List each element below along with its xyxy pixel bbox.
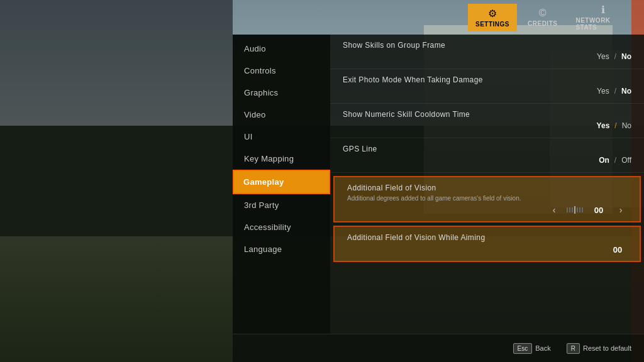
setting-gps-line: GPS Line On / Off: [330, 138, 644, 173]
setting-gps-line-options: On / Off: [343, 156, 631, 165]
setting-numeric-cooldown-label: Show Numeric Skill Cooldown Time: [343, 110, 631, 119]
settings-icon: ⚙: [488, 8, 497, 19]
show-skills-no[interactable]: No: [621, 52, 631, 61]
setting-add-fov-label: Additional Field of Vision: [347, 184, 627, 192]
setting-exit-photo-options: Yes / No: [343, 87, 631, 96]
setting-exit-photo: Exit Photo Mode When Taking Damage Yes /…: [330, 69, 644, 104]
credits-tab-label: Credits: [528, 20, 557, 27]
gps-line-on[interactable]: On: [599, 156, 609, 165]
menu-item-graphics[interactable]: Graphics: [233, 82, 330, 104]
network-tab-label: Network Stats: [575, 17, 630, 31]
fov-aiming-value: 00: [608, 245, 627, 255]
back-label: Back: [535, 344, 550, 352]
setting-numeric-cooldown-options: Yes / No: [343, 121, 631, 130]
fov-value: 00: [589, 206, 608, 215]
credits-icon: ©: [539, 8, 547, 19]
exit-photo-no[interactable]: No: [621, 87, 631, 96]
menu-item-ui[interactable]: UI: [233, 126, 330, 148]
setting-exit-photo-label: Exit Photo Mode When Taking Damage: [343, 75, 631, 84]
setting-add-fov-aiming-slider: 00: [347, 245, 627, 255]
setting-add-fov-slider: ‹ 00 ›: [347, 205, 627, 215]
show-skills-sep: /: [614, 52, 616, 61]
menu-item-audio[interactable]: Audio: [233, 38, 330, 60]
setting-add-fov-desc: Additional degrees added to all game cam…: [347, 195, 627, 202]
menu-item-language[interactable]: Language: [233, 238, 330, 260]
setting-show-skills: Show Skills on Group Frame Yes / No: [330, 35, 644, 69]
numeric-cooldown-sep: /: [614, 121, 616, 130]
menu-item-gameplay[interactable]: Gameplay: [233, 170, 330, 194]
tab-credits[interactable]: © Credits: [520, 4, 565, 31]
gps-line-off[interactable]: Off: [621, 156, 631, 165]
exit-photo-sep: /: [614, 87, 616, 96]
tab-network[interactable]: ℹ Network Stats: [568, 0, 638, 35]
numeric-cooldown-no[interactable]: No: [622, 121, 631, 130]
setting-add-fov-aiming-label: Additional Field of Vision While Aiming: [347, 233, 627, 242]
settings-tab-label: Settings: [475, 21, 509, 28]
back-action[interactable]: Esc Back: [513, 343, 551, 354]
menu-item-keymapping[interactable]: Key Mapping: [233, 148, 330, 170]
show-skills-yes[interactable]: Yes: [597, 52, 609, 61]
esc-key: Esc: [513, 343, 533, 354]
settings-panel: Audio Controls Graphics Video UI Key Map…: [233, 35, 644, 334]
network-icon: ℹ: [601, 4, 605, 16]
content-panel: Show Skills on Group Frame Yes / No Exit…: [330, 35, 644, 334]
setting-numeric-cooldown: Show Numeric Skill Cooldown Time Yes / N…: [330, 104, 644, 138]
setting-show-skills-label: Show Skills on Group Frame: [343, 41, 631, 50]
menu-item-accessibility[interactable]: Accessibility: [233, 216, 330, 238]
tab-settings[interactable]: ⚙ Settings: [468, 4, 517, 31]
reset-label: Reset to default: [583, 344, 631, 352]
numeric-cooldown-yes[interactable]: Yes: [597, 121, 610, 130]
exit-photo-yes[interactable]: Yes: [597, 87, 609, 96]
setting-show-skills-options: Yes / No: [343, 52, 631, 61]
gps-line-sep: /: [614, 156, 616, 165]
fov-decrease-button[interactable]: ‹: [548, 205, 560, 215]
menu-panel: Audio Controls Graphics Video UI Key Map…: [233, 35, 330, 334]
menu-item-video[interactable]: Video: [233, 104, 330, 126]
setting-gps-line-label: GPS Line: [343, 145, 631, 153]
setting-add-fov: Additional Field of Vision Additional de…: [333, 176, 641, 222]
r-key: R: [567, 343, 580, 354]
fov-slider-track: [567, 206, 583, 214]
menu-item-thirdparty[interactable]: 3rd Party: [233, 194, 330, 216]
setting-add-fov-aiming: Additional Field of Vision While Aiming …: [333, 226, 641, 262]
menu-item-controls[interactable]: Controls: [233, 60, 330, 82]
bottom-bar: Esc Back R Reset to default: [233, 334, 644, 362]
reset-action[interactable]: R Reset to default: [567, 343, 631, 354]
fov-increase-button[interactable]: ›: [614, 205, 627, 215]
top-navigation: ⚙ Settings © Credits ℹ Network Stats: [468, 0, 644, 35]
